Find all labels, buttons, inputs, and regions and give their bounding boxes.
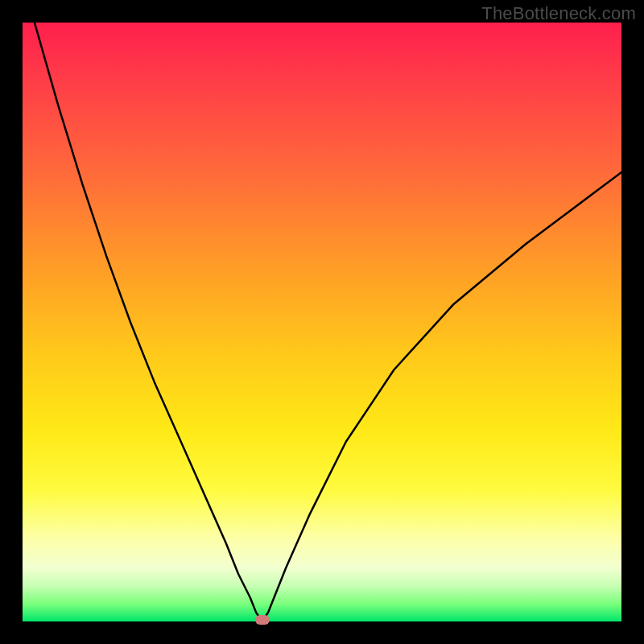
- plot-area: [23, 23, 621, 621]
- watermark-text: TheBottleneck.com: [481, 3, 636, 24]
- optimal-point-marker: [255, 615, 270, 625]
- chart-frame: TheBottleneck.com: [0, 0, 644, 644]
- bottleneck-curve: [23, 23, 621, 621]
